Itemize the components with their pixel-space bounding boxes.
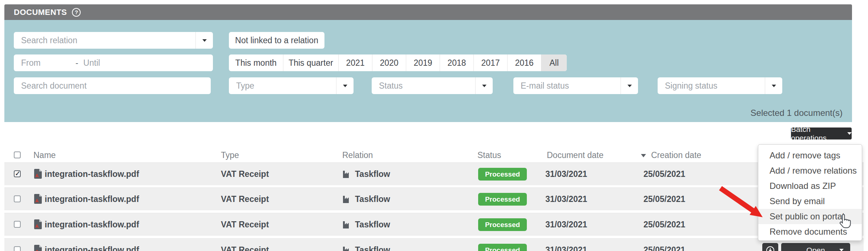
creation-date: 25/05/2021 xyxy=(643,213,685,236)
pdf-file-icon xyxy=(34,194,42,205)
company-icon xyxy=(342,220,351,230)
signing-status-select[interactable]: Signing status xyxy=(658,77,782,94)
download-icon xyxy=(766,246,775,251)
document-name[interactable]: integration-taskflow.pdf xyxy=(45,163,139,185)
column-header-name[interactable]: Name xyxy=(33,147,56,163)
search-relation-combobox[interactable]: Search relation xyxy=(14,32,213,49)
period-2017[interactable]: 2017 xyxy=(474,54,508,71)
document-name[interactable]: integration-taskflow.pdf xyxy=(45,188,139,210)
period-2018[interactable]: 2018 xyxy=(440,54,474,71)
table-row[interactable]: integration-taskflow.pdf VAT Receipt Tas… xyxy=(4,162,864,185)
open-button-label: Open xyxy=(806,246,825,251)
search-document-placeholder: Search document xyxy=(14,77,211,94)
hand-cursor-icon xyxy=(839,214,851,229)
document-date: 31/03/2021 xyxy=(545,239,587,251)
email-status-placeholder: E-mail status xyxy=(513,77,621,94)
type-placeholder: Type xyxy=(229,77,336,94)
document-type: VAT Receipt xyxy=(221,188,269,210)
chevron-down-icon xyxy=(847,132,852,135)
relation-name[interactable]: Taskflow xyxy=(355,163,390,185)
row-checkbox[interactable] xyxy=(14,195,21,202)
page-header-bar: DOCUMENTS ? xyxy=(4,4,852,20)
column-header-relation[interactable]: Relation xyxy=(342,147,373,163)
filter-panel: Search relation Not linked to a relation… xyxy=(4,20,852,122)
pdf-file-icon xyxy=(34,169,42,180)
date-until-placeholder: Until xyxy=(83,58,100,68)
open-button[interactable]: Open xyxy=(781,243,850,251)
period-this-month[interactable]: This month xyxy=(229,54,283,71)
chevron-down-icon xyxy=(772,85,776,87)
row-checkbox[interactable] xyxy=(14,221,21,228)
column-header-creation-date[interactable]: Creation date xyxy=(651,147,701,163)
status-badge: Processed xyxy=(478,218,527,231)
table-row[interactable]: integration-taskflow.pdf VAT Receipt Tas… xyxy=(4,238,864,251)
menu-item-add-remove-relations[interactable]: Add / remove relations xyxy=(758,163,862,178)
document-date: 31/03/2021 xyxy=(545,163,587,185)
column-header-document-date[interactable]: Document date xyxy=(547,147,603,163)
chevron-down-icon xyxy=(343,85,347,87)
type-caret-button[interactable] xyxy=(336,77,354,94)
document-type: VAT Receipt xyxy=(221,163,269,185)
document-date: 31/03/2021 xyxy=(545,213,587,236)
period-2020[interactable]: 2020 xyxy=(372,54,406,71)
document-name[interactable]: integration-taskflow.pdf xyxy=(45,239,139,251)
menu-item-add-remove-tags[interactable]: Add / remove tags xyxy=(758,148,862,163)
email-status-caret-button[interactable] xyxy=(621,77,638,94)
relation-name[interactable]: Taskflow xyxy=(355,213,390,236)
period-all[interactable]: All xyxy=(541,54,567,71)
date-range-input[interactable]: From - Until xyxy=(14,54,213,71)
status-select[interactable]: Status xyxy=(372,77,493,94)
column-header-type[interactable]: Type xyxy=(221,147,239,163)
chevron-down-icon xyxy=(627,85,632,87)
creation-date: 25/05/2021 xyxy=(643,239,685,251)
period-filter-group: This month This quarter 2021 2020 2019 2… xyxy=(229,54,567,71)
chevron-down-icon xyxy=(202,39,207,42)
batch-operations-label: Batch operations xyxy=(791,125,844,142)
batch-operations-button[interactable]: Batch operations xyxy=(791,127,852,139)
document-type: VAT Receipt xyxy=(221,239,269,251)
period-2016[interactable]: 2016 xyxy=(508,54,541,71)
documents-page: DOCUMENTS ? Search relation Not linked t… xyxy=(0,0,868,251)
company-icon xyxy=(342,195,351,205)
status-placeholder: Status xyxy=(372,77,475,94)
creation-date: 25/05/2021 xyxy=(643,188,685,210)
signing-status-placeholder: Signing status xyxy=(658,77,765,94)
row-checkbox[interactable] xyxy=(14,246,21,251)
status-badge: Processed xyxy=(478,244,527,251)
column-header-status[interactable]: Status xyxy=(477,147,501,163)
document-type: VAT Receipt xyxy=(221,213,269,236)
pdf-file-icon xyxy=(34,219,42,231)
period-this-quarter[interactable]: This quarter xyxy=(283,54,339,71)
search-document-input[interactable]: Search document xyxy=(14,77,211,94)
email-status-select[interactable]: E-mail status xyxy=(513,77,638,94)
status-badge: Processed xyxy=(478,193,527,206)
company-icon xyxy=(342,170,351,179)
sort-descending-icon[interactable] xyxy=(641,154,646,157)
table-header: Name Type Relation Status Document date … xyxy=(4,147,864,163)
date-separator: - xyxy=(76,58,78,68)
document-date: 31/03/2021 xyxy=(545,188,587,210)
document-name[interactable]: integration-taskflow.pdf xyxy=(45,213,139,236)
period-2019[interactable]: 2019 xyxy=(406,54,440,71)
period-2021[interactable]: 2021 xyxy=(339,54,372,71)
chevron-down-icon xyxy=(839,249,844,251)
relation-name[interactable]: Taskflow xyxy=(355,239,390,251)
type-select[interactable]: Type xyxy=(229,77,354,94)
signing-status-caret-button[interactable] xyxy=(765,77,782,94)
select-all-checkbox[interactable] xyxy=(14,151,21,158)
relation-name[interactable]: Taskflow xyxy=(355,188,390,210)
chevron-down-icon xyxy=(482,85,487,87)
selected-count-text: Selected 1 document(s) xyxy=(751,108,843,118)
pdf-file-icon xyxy=(34,245,42,251)
search-relation-caret-button[interactable] xyxy=(195,32,213,49)
download-button[interactable] xyxy=(762,243,778,251)
row-checkbox[interactable] xyxy=(14,170,21,177)
red-annotation-arrow xyxy=(718,186,776,222)
search-relation-placeholder: Search relation xyxy=(14,32,195,49)
status-caret-button[interactable] xyxy=(475,77,493,94)
creation-date: 25/05/2021 xyxy=(643,163,685,185)
date-from-placeholder: From xyxy=(21,58,41,68)
not-linked-filter-button[interactable]: Not linked to a relation xyxy=(229,32,324,49)
help-icon[interactable]: ? xyxy=(72,8,81,17)
company-icon xyxy=(342,246,351,251)
